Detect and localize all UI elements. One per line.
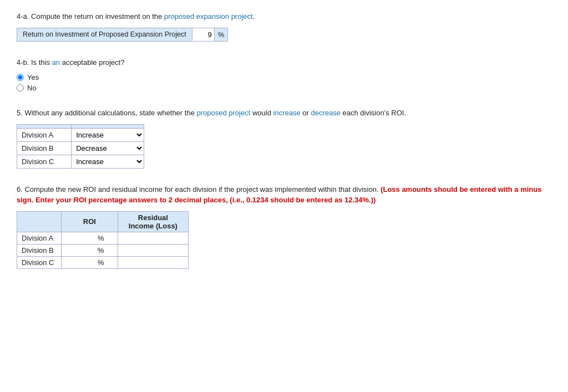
division-c-select[interactable]: Increase Decrease xyxy=(72,155,144,168)
q5-col-change xyxy=(72,124,144,128)
q4b-radio-group: Yes No xyxy=(17,73,551,92)
q4b-yes-radio[interactable] xyxy=(17,74,24,81)
q4b-yes-label: Yes xyxy=(27,73,39,82)
q4b-yes-item: Yes xyxy=(17,73,551,82)
q4a-highlight: proposed expansion project xyxy=(164,12,253,21)
q5-table: Division A Increase Decrease Division B … xyxy=(17,124,144,169)
q5-increase: increase xyxy=(273,109,301,117)
q6-division-c-residual-cell xyxy=(118,256,188,268)
q4b-an: an xyxy=(52,58,60,67)
q6-table: ROI ResidualIncome (Loss) Division A % D… xyxy=(17,211,189,269)
q6-division-c-roi-cell: % xyxy=(62,256,118,268)
q4b-no-label: No xyxy=(27,84,37,92)
q5-proposed: proposed project xyxy=(196,109,250,117)
q6-division-a-residual-cell xyxy=(118,232,188,244)
q4a-label: 4-a. Compute the return on investment on… xyxy=(17,11,551,22)
q6-col-empty xyxy=(17,211,62,232)
division-c-label: Division C xyxy=(17,155,72,168)
q6-division-a-percent: % xyxy=(98,234,104,242)
q5-col-division xyxy=(17,124,72,128)
q6-division-b-roi-input[interactable] xyxy=(66,246,97,254)
table-row: Division B % xyxy=(17,244,189,256)
table-row: Division C Increase Decrease xyxy=(17,155,144,168)
q6-division-b-percent: % xyxy=(98,246,104,254)
q6-division-a-residual-input[interactable] xyxy=(134,234,184,242)
q5-decrease: decrease xyxy=(311,109,340,117)
q6-division-b-residual-cell xyxy=(118,244,188,256)
q6-col-residual: ResidualIncome (Loss) xyxy=(118,211,188,232)
division-a-select[interactable]: Increase Decrease xyxy=(72,129,144,141)
question-4b: 4-b. Is this an acceptable project? Yes … xyxy=(17,57,551,93)
roi-percent-sign: % xyxy=(215,28,228,41)
q6-division-b-roi-cell: % xyxy=(62,244,118,256)
roi-value-input[interactable] xyxy=(192,28,215,41)
q6-col-roi: ROI xyxy=(62,211,118,232)
q6-division-b-residual-input[interactable] xyxy=(134,246,184,254)
q4b-label: 4-b. Is this an acceptable project? xyxy=(17,57,551,68)
q6-division-c-roi-input[interactable] xyxy=(66,258,97,267)
q6-division-a-label: Division A xyxy=(17,232,62,244)
roi-row-label: Return on Investment of Proposed Expansi… xyxy=(17,28,192,40)
table-row: Division C % xyxy=(17,256,189,268)
q6-division-c-label: Division C xyxy=(17,256,62,268)
division-b-select[interactable]: Increase Decrease xyxy=(72,142,144,155)
table-row: Division A Increase Decrease xyxy=(17,128,144,141)
division-a-select-cell: Increase Decrease xyxy=(72,128,144,141)
q6-instruction: 6. Compute the new ROI and residual inco… xyxy=(17,184,551,206)
q6-bold-instruction: (Loss amounts should be entered with a m… xyxy=(17,185,541,205)
q4b-no-radio[interactable] xyxy=(17,84,24,91)
q6-division-b-label: Division B xyxy=(17,244,62,256)
q6-division-c-residual-input[interactable] xyxy=(134,258,184,267)
division-c-select-cell: Increase Decrease xyxy=(72,155,144,168)
q6-division-a-roi-input[interactable] xyxy=(66,234,97,242)
division-b-select-cell: Increase Decrease xyxy=(72,141,144,155)
roi-input-row: Return on Investment of Proposed Expansi… xyxy=(17,28,228,42)
question-4a: 4-a. Compute the return on investment on… xyxy=(17,11,551,42)
table-row: Division B Increase Decrease xyxy=(17,141,144,155)
division-a-label: Division A xyxy=(17,128,72,141)
question-6: 6. Compute the new ROI and residual inco… xyxy=(17,184,551,269)
q5-label: 5. Without any additional calculations, … xyxy=(17,108,551,119)
q6-division-c-percent: % xyxy=(98,258,104,267)
question-5: 5. Without any additional calculations, … xyxy=(17,108,551,169)
q6-division-a-roi-cell: % xyxy=(62,232,118,244)
division-b-label: Division B xyxy=(17,141,72,155)
q4b-no-item: No xyxy=(17,84,551,92)
table-row: Division A % xyxy=(17,232,189,244)
